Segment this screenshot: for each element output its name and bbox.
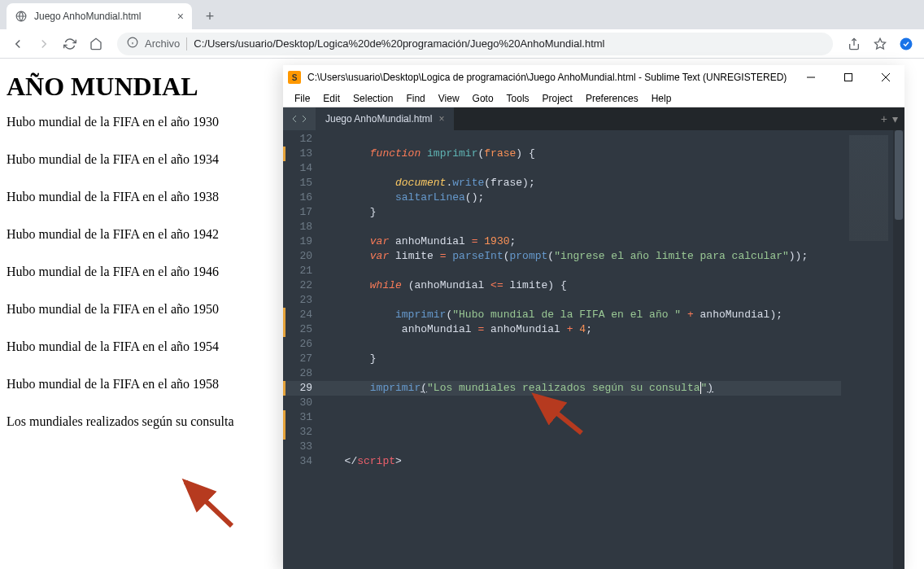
code-area[interactable]: function imprimir(frase) { document.writ… xyxy=(322,130,841,569)
star-icon[interactable] xyxy=(869,33,891,55)
back-button[interactable] xyxy=(7,33,29,55)
menu-project[interactable]: Project xyxy=(536,93,579,104)
divider xyxy=(186,37,187,50)
info-icon xyxy=(127,37,138,50)
tab-close-icon[interactable]: × xyxy=(177,10,184,23)
address-bar[interactable]: Archivo C:/Users/usuario/Desktop/Logica%… xyxy=(117,33,833,55)
tab-close-icon[interactable]: × xyxy=(438,113,444,125)
forward-button[interactable] xyxy=(33,33,55,55)
check-icon[interactable] xyxy=(895,33,917,55)
globe-icon xyxy=(15,10,28,23)
sublime-menubar: File Edit Selection Find View Goto Tools… xyxy=(283,90,904,107)
svg-marker-5 xyxy=(874,38,885,49)
sublime-logo-icon: S xyxy=(288,71,301,84)
line-gutter[interactable]: 1213141516171819202122232425262728293031… xyxy=(283,130,322,569)
new-tab-button[interactable]: + xyxy=(198,5,221,28)
svg-rect-8 xyxy=(845,74,852,81)
svg-point-6 xyxy=(900,37,913,50)
menu-view[interactable]: View xyxy=(432,93,466,104)
scroll-thumb[interactable] xyxy=(895,130,903,220)
menu-file[interactable]: File xyxy=(288,93,316,104)
tab-title: Juego AnhoMundial.html xyxy=(34,11,141,22)
tab-history-arrows[interactable] xyxy=(283,107,316,130)
editor-body: 1213141516171819202122232425262728293031… xyxy=(283,130,904,569)
new-tab-icon[interactable]: + xyxy=(881,112,887,125)
menu-tools[interactable]: Tools xyxy=(500,93,536,104)
home-button[interactable] xyxy=(85,33,107,55)
reload-button[interactable] xyxy=(59,33,81,55)
browser-tab[interactable]: Juego AnhoMundial.html × xyxy=(7,3,192,29)
annotation-arrow xyxy=(171,469,244,537)
share-icon[interactable] xyxy=(843,33,865,55)
browser-tabbar: Juego AnhoMundial.html × + xyxy=(0,0,924,29)
menu-goto[interactable]: Goto xyxy=(466,93,500,104)
menu-preferences[interactable]: Preferences xyxy=(579,93,645,104)
url-scheme-label: Archivo xyxy=(145,37,180,50)
editor-tab-label: Juego AnhoMundial.html xyxy=(325,113,432,125)
close-button[interactable] xyxy=(867,65,904,90)
menu-find[interactable]: Find xyxy=(399,93,431,104)
tab-menu-icon[interactable]: ▾ xyxy=(892,112,898,125)
editor-tab[interactable]: Juego AnhoMundial.html × xyxy=(316,107,455,130)
scrollbar[interactable] xyxy=(893,130,904,569)
menu-help[interactable]: Help xyxy=(645,93,678,104)
sublime-title: C:\Users\usuario\Desktop\Logica de progr… xyxy=(307,72,787,83)
browser-toolbar: Archivo C:/Users/usuario/Desktop/Logica%… xyxy=(0,29,924,59)
url-text: C:/Users/usuario/Desktop/Logica%20de%20p… xyxy=(194,37,604,50)
svg-line-11 xyxy=(185,482,232,526)
sublime-titlebar[interactable]: S C:\Users\usuario\Desktop\Logica de pro… xyxy=(283,65,904,90)
menu-selection[interactable]: Selection xyxy=(346,93,399,104)
sublime-tab-row: Juego AnhoMundial.html × + ▾ xyxy=(283,107,904,130)
sublime-window: S C:\Users\usuario\Desktop\Logica de pro… xyxy=(283,65,904,569)
minimize-button[interactable] xyxy=(792,65,830,90)
menu-edit[interactable]: Edit xyxy=(316,93,346,104)
maximize-button[interactable] xyxy=(830,65,867,90)
minimap[interactable] xyxy=(841,130,893,569)
